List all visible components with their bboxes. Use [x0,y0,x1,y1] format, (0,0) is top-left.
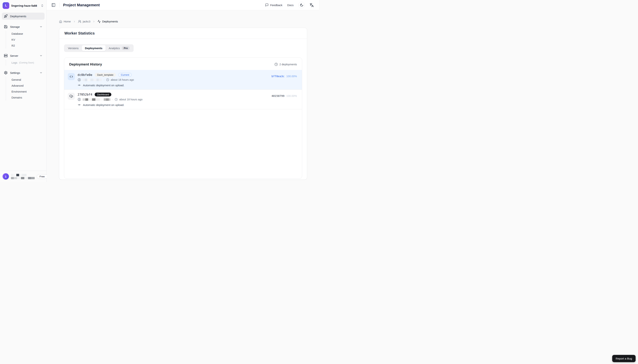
sidebar-item-r2[interactable]: R2 [6,43,44,48]
clock-icon [106,78,109,81]
breadcrumb-home[interactable]: Home [59,20,71,23]
user-circle-icon [78,98,81,101]
chevron-down-icon [40,25,42,28]
redacted-deployer-email [82,98,110,101]
gear-icon [4,71,8,74]
sidebar-nav: Deployments Storage Database KV R2 Serve… [0,11,46,171]
sidebar-group-label: Storage [10,25,20,28]
deployment-count: 2 deployments [274,63,297,66]
tab-analytics[interactable]: Analytics Pro [106,45,133,51]
sidebar: L lingering-haze-fa88 Deployments Storag… [0,0,46,182]
tab-deployments[interactable]: Deployments [82,45,106,51]
sidebar-item-label: Domains [12,96,22,99]
deployment-note: Automatic deployment on upload. [83,84,124,87]
sidebar-group-storage[interactable]: Storage [2,23,44,30]
traffic-percent: 100.00% [286,75,297,78]
sidebar-group-settings[interactable]: Settings [2,69,44,76]
tab-versions[interactable]: Versions [65,45,82,51]
traffic-percent: 100.00% [286,94,297,98]
worker-statistics-card: Worker Statistics Versions Deployments A… [59,28,307,180]
breadcrumb-label: Deployments [102,20,118,23]
sidebar-item-label: General [12,78,21,81]
chevron-right-icon [92,20,95,23]
chevrons-up-down-icon [41,4,44,7]
sidebar-item-kv[interactable]: KV [6,37,44,43]
chevron-down-icon [40,71,42,74]
clock-icon [274,63,278,66]
sidebar-toggle-button[interactable] [51,2,56,8]
workspace-name: lingering-haze-fa88 [11,4,38,7]
chevron-down-icon [40,54,42,57]
sidebar-item-label: R2 [12,44,15,47]
activity-icon [98,20,101,23]
tab-bar: Versions Deployments Analytics Pro [64,44,134,52]
chevron-right-icon [73,20,76,23]
tab-label: Versions [68,46,79,50]
sidebar-item-label: Logs [12,61,17,64]
current-status-badge: Current [118,73,132,77]
sidebar-footer: 1 Free [0,171,46,182]
redacted-deployer-email [82,79,102,81]
git-commit-icon [78,84,81,87]
usage-badge: 1 [2,173,9,180]
sidebar-item-label: Deployments [10,15,26,18]
save-icon [4,25,8,28]
deployment-row[interactable]: 27052bf4 Dashboard · about 18 hours ago [64,90,302,109]
user-identity-redacted [11,174,35,179]
sidebar-item-environment[interactable]: Environment [6,89,44,94]
sidebar-item-label: Advanced [12,84,24,87]
sidebar-item-domains[interactable]: Domains [6,94,44,100]
server-icon [4,54,8,58]
tab-label: Analytics [109,46,120,50]
clock-icon [115,98,118,101]
sidebar-item-database[interactable]: Database [6,31,44,37]
deployment-note: Automatic deployment on upload. [83,103,124,106]
languages-icon [310,3,314,7]
moon-stars-icon [300,3,304,7]
deployment-row-current[interactable]: dc0bfe0e Dash_template Current · abou [64,70,302,90]
tab-label: Deployments [85,46,102,50]
pro-badge: Pro [122,46,130,50]
deployment-time: about 18 hours ago [111,78,134,81]
sidebar-item-deployments[interactable]: Deployments [2,12,44,20]
breadcrumb-deployments[interactable]: Deployments [98,20,118,23]
deployment-tag-badge: Dash_template [95,73,116,77]
cloud-lightning-icon [68,93,75,100]
sidebar-group-label: Server [10,54,18,57]
sidebar-group-label: Settings [10,71,20,74]
breadcrumb-account[interactable]: jackc3 [78,20,90,23]
feedback-label: Feedback [270,4,282,7]
sidebar-item-logs: Logs (Coming Soon) [6,60,44,66]
version-hash-link[interactable]: bff0ea3c [272,75,284,78]
deployment-tag-badge: Dashboard [95,92,111,96]
meta-separator: · [112,98,113,101]
workspace-avatar: L [2,2,9,9]
docs-label: Docs [287,4,294,7]
main-content: Home jackc3 Deployments Worker Statistic… [46,10,319,182]
topbar: Project Management Feedback Docs [46,0,319,10]
plan-badge: Free [37,174,48,179]
home-icon [59,20,62,23]
theme-toggle-button[interactable] [298,2,305,8]
redacted-email [11,177,35,179]
card-title: Worker Statistics [64,31,95,36]
page-title: Project Management [63,3,100,7]
git-commit-icon [78,103,81,106]
sidebar-item-label: Database [12,32,23,35]
users-icon [78,20,81,23]
language-button[interactable] [310,3,314,7]
deployment-id: dc0bfe0e [78,73,92,76]
code-icon [68,73,75,80]
redacted-username [11,174,26,176]
deployment-history-title: Deployment History [69,62,102,66]
deployment-history-panel: Deployment History 2 deployments [64,58,302,179]
sidebar-group-server[interactable]: Server [2,52,44,59]
meta-separator: · [104,78,104,81]
sidebar-item-advanced[interactable]: Advanced [6,83,44,89]
workspace-switcher[interactable]: L lingering-haze-fa88 [0,0,46,11]
coming-soon-label: (Coming Soon) [19,62,34,64]
docs-link[interactable]: Docs [287,4,294,7]
breadcrumb-label: Home [64,20,71,23]
sidebar-item-general[interactable]: General [6,77,44,83]
feedback-button[interactable]: Feedback [265,3,282,7]
